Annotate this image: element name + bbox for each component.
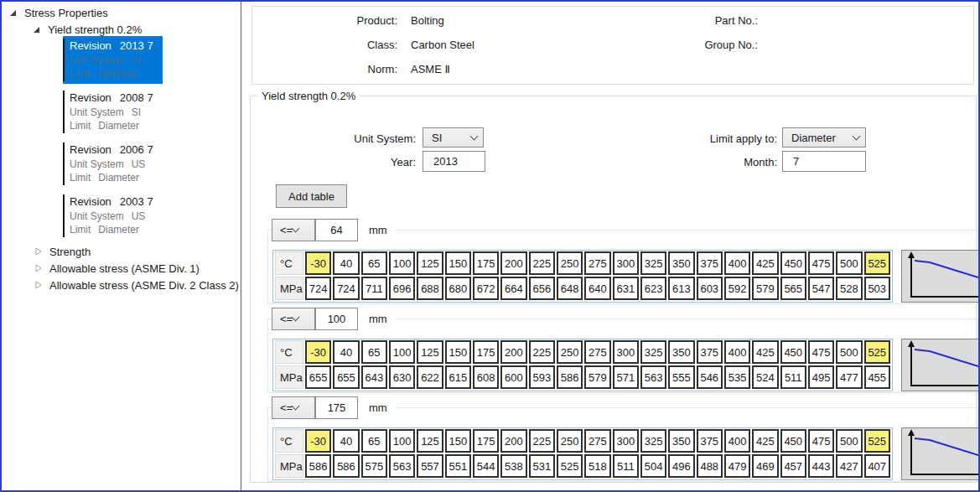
temperature-cell[interactable]: 125 xyxy=(417,251,443,275)
tree-node-label[interactable]: Yield strength 0.2% xyxy=(48,23,142,36)
stress-value-cell[interactable]: 504 xyxy=(640,454,666,478)
stress-value-cell[interactable]: 555 xyxy=(668,365,694,389)
temperature-cell[interactable]: 425 xyxy=(752,429,778,453)
temperature-cell[interactable]: 200 xyxy=(500,251,526,275)
trend-chart-thumbnail[interactable] xyxy=(901,339,979,391)
stress-value-cell[interactable]: 608 xyxy=(473,365,499,389)
tree-node-revision-2008[interactable]: Revision2008 7 Unit SystemSI LimitDiamet… xyxy=(63,88,163,136)
temperature-cell[interactable]: 400 xyxy=(724,429,750,453)
tree-node-revision-2013[interactable]: Revision2013 7 Unit SystemSI LimitDiamet… xyxy=(63,36,163,84)
stress-value-cell[interactable]: 688 xyxy=(417,277,443,300)
temperature-cell[interactable]: 175 xyxy=(473,251,499,275)
temperature-cell[interactable]: 475 xyxy=(808,251,834,275)
stress-value-cell[interactable]: 511 xyxy=(780,365,806,389)
stress-value-cell[interactable]: 557 xyxy=(417,454,443,478)
tree-node-stress-properties[interactable]: Stress Properties xyxy=(8,5,108,20)
temperature-cell[interactable]: 375 xyxy=(697,340,723,364)
limit-operator-select[interactable]: <= xyxy=(272,308,315,330)
temperature-cell[interactable]: 475 xyxy=(808,340,834,364)
limit-value-input[interactable] xyxy=(315,396,358,419)
temperature-cell[interactable]: 40 xyxy=(333,251,359,275)
stress-value-cell[interactable]: 622 xyxy=(417,365,443,389)
temperature-cell[interactable]: 300 xyxy=(613,251,639,275)
temperature-cell[interactable]: 350 xyxy=(668,251,694,275)
stress-value-cell[interactable]: 648 xyxy=(557,277,583,300)
tree-node-revision-2006[interactable]: Revision2006 7 Unit SystemUS LimitDiamet… xyxy=(63,140,163,188)
year-input[interactable] xyxy=(423,151,485,172)
temperature-cell[interactable]: 65 xyxy=(361,251,387,275)
stress-value-cell[interactable]: 630 xyxy=(389,365,415,389)
tree-node-strength[interactable]: Strength xyxy=(34,244,91,259)
stress-value-cell[interactable]: 469 xyxy=(752,454,778,478)
stress-value-cell[interactable]: 724 xyxy=(333,277,359,300)
temperature-cell[interactable]: 225 xyxy=(529,251,555,275)
temperature-cell[interactable]: 150 xyxy=(445,429,471,453)
stress-value-cell[interactable]: 479 xyxy=(724,454,750,478)
stress-value-cell[interactable]: 640 xyxy=(584,277,610,300)
temperature-cell[interactable]: 200 xyxy=(500,340,526,364)
stress-value-cell[interactable]: 407 xyxy=(864,454,890,478)
temperature-cell[interactable]: 175 xyxy=(473,340,499,364)
temperature-cell[interactable]: 375 xyxy=(697,251,723,275)
trend-chart-thumbnail[interactable] xyxy=(901,427,979,480)
temperature-cell[interactable]: 275 xyxy=(584,429,610,453)
temperature-cell[interactable]: 325 xyxy=(640,340,666,364)
tree-node-label[interactable]: Strength xyxy=(49,246,91,258)
stress-value-cell[interactable]: 586 xyxy=(333,454,359,478)
stress-value-cell[interactable]: 531 xyxy=(529,454,555,478)
stress-value-cell[interactable]: 496 xyxy=(668,454,694,478)
temperature-cell[interactable]: 500 xyxy=(836,340,862,364)
temperature-cell[interactable]: -30 xyxy=(305,429,331,453)
temperature-cell[interactable]: 300 xyxy=(613,429,639,453)
temperature-cell[interactable]: 175 xyxy=(473,429,499,453)
collapsed-triangle-icon[interactable] xyxy=(34,280,43,290)
temperature-cell[interactable]: 150 xyxy=(445,251,471,275)
stress-value-cell[interactable]: 600 xyxy=(500,365,526,389)
stress-value-cell[interactable]: 518 xyxy=(584,454,610,478)
temperature-cell[interactable]: 525 xyxy=(864,429,890,453)
stress-value-cell[interactable]: 571 xyxy=(613,365,639,389)
stress-value-cell[interactable]: 724 xyxy=(305,277,331,300)
temperature-cell[interactable]: 275 xyxy=(584,251,610,275)
stress-value-cell[interactable]: 488 xyxy=(697,454,723,478)
stress-value-cell[interactable]: 613 xyxy=(668,277,694,300)
stress-value-cell[interactable]: 528 xyxy=(836,277,862,300)
stress-value-cell[interactable]: 656 xyxy=(529,277,555,300)
temperature-cell[interactable]: -30 xyxy=(305,340,331,364)
stress-value-cell[interactable]: 551 xyxy=(445,454,471,478)
stress-value-cell[interactable]: 579 xyxy=(752,277,778,300)
temperature-cell[interactable]: 425 xyxy=(752,251,778,275)
stress-value-cell[interactable]: 525 xyxy=(557,454,583,478)
tree-node-label[interactable]: Allowable stress (ASME Div. 1) xyxy=(49,262,200,275)
collapsed-triangle-icon[interactable] xyxy=(34,263,43,273)
expanded-triangle-icon[interactable] xyxy=(8,8,18,18)
temperature-cell[interactable]: 425 xyxy=(752,340,778,364)
stress-value-cell[interactable]: 535 xyxy=(724,365,750,389)
temperature-cell[interactable]: 500 xyxy=(836,251,862,275)
stress-value-cell[interactable]: 711 xyxy=(361,277,387,300)
stress-value-cell[interactable]: 603 xyxy=(697,277,723,300)
stress-value-cell[interactable]: 643 xyxy=(361,365,387,389)
temperature-cell[interactable]: 300 xyxy=(613,340,639,364)
temperature-cell[interactable]: 100 xyxy=(389,429,415,453)
temperature-cell[interactable]: 100 xyxy=(389,251,415,275)
temperature-cell[interactable]: 500 xyxy=(836,429,862,453)
limit-operator-select[interactable]: <= xyxy=(272,219,315,241)
temperature-cell[interactable]: 325 xyxy=(640,429,666,453)
temperature-cell[interactable]: 200 xyxy=(500,429,526,453)
unit-system-select[interactable]: SI xyxy=(423,127,484,148)
temperature-cell[interactable]: 450 xyxy=(780,340,806,364)
temperature-cell[interactable]: 65 xyxy=(361,340,387,364)
temperature-cell[interactable]: 150 xyxy=(445,340,471,364)
add-table-button[interactable]: Add table xyxy=(276,184,347,208)
temperature-cell[interactable]: 525 xyxy=(864,251,890,275)
temperature-cell[interactable]: 275 xyxy=(584,340,610,364)
stress-value-cell[interactable]: 575 xyxy=(361,454,387,478)
expanded-triangle-icon[interactable] xyxy=(32,25,41,34)
tree-node-allowable-stress-div2[interactable]: Allowable stress (ASME Div. 2 Class 2) xyxy=(34,277,239,293)
limit-operator-select[interactable]: <= xyxy=(272,396,315,419)
temperature-cell[interactable]: 250 xyxy=(557,429,583,453)
stress-value-cell[interactable]: 443 xyxy=(808,454,834,478)
temperature-cell[interactable]: 475 xyxy=(808,429,834,453)
stress-value-cell[interactable]: 593 xyxy=(529,365,555,389)
